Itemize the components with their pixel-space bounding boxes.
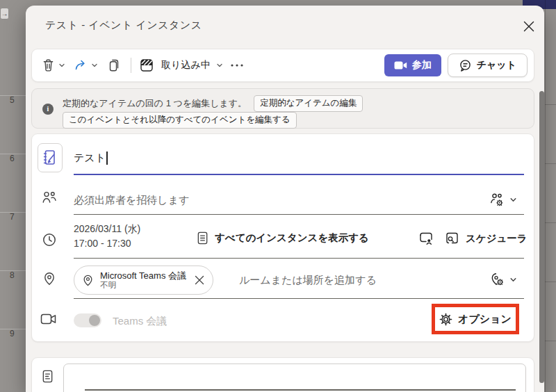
gear-icon <box>439 313 452 326</box>
event-date[interactable]: 2026/03/11 (水) <box>74 223 140 236</box>
people-settings-icon <box>489 193 505 207</box>
forward-button[interactable] <box>74 59 98 72</box>
chevron-down-icon <box>216 62 223 69</box>
join-label: 参加 <box>412 59 432 72</box>
edit-this-and-following-button[interactable]: このイベントとそれ以降のすべてのイベントを編集する <box>63 112 297 129</box>
chevron-down-icon <box>509 276 517 284</box>
dialog-title: テスト - イベント インスタンス <box>45 19 202 32</box>
show-all-instances-button[interactable]: すべてのインスタンスを表示する <box>196 231 369 245</box>
location-chip-name: Microsoft Teams 会議 <box>100 270 186 281</box>
teams-meeting-toggle[interactable] <box>74 313 101 327</box>
chat-button[interactable]: チャット <box>448 54 528 77</box>
location-options-control[interactable] <box>489 272 517 287</box>
trash-icon <box>42 58 55 72</box>
edit-note-icon <box>42 149 58 167</box>
background-gridline <box>545 222 556 223</box>
clock-icon <box>42 232 57 247</box>
delete-button[interactable] <box>42 58 65 72</box>
attendees-underline <box>74 214 524 215</box>
notes-icon <box>41 369 54 384</box>
background-hour-label: 6 <box>10 154 15 163</box>
background-gridline <box>545 104 556 105</box>
location-input[interactable]: ルームまたは場所を追加する <box>239 274 377 287</box>
background-hour-label: 7 <box>10 212 15 222</box>
forward-arrow-icon <box>74 59 88 72</box>
join-button[interactable]: 参加 <box>384 54 441 76</box>
teams-meeting-label: Teams 会議 <box>113 315 167 328</box>
recurrence-banner: 定期的なアイテムの回の 1 つを編集します。 定期的なアイテムの編集 このイベン… <box>31 88 534 129</box>
title-underline <box>74 174 524 175</box>
background-hour-label: 5 <box>10 95 15 105</box>
location-underline <box>74 298 524 299</box>
location-settings-icon <box>489 272 505 287</box>
chevron-down-icon <box>58 62 65 69</box>
status-label: 取り込み中 <box>161 59 211 72</box>
background-gridline <box>545 281 556 282</box>
description-underline <box>85 389 516 391</box>
description-section <box>31 357 534 392</box>
location-chip-status: 不明 <box>100 281 186 290</box>
background-gridline <box>545 163 556 164</box>
event-title-icon-box <box>38 143 63 172</box>
people-icon <box>42 190 57 204</box>
event-instance-dialog: テスト - イベント インスタンス <box>26 6 544 392</box>
remove-location-icon[interactable] <box>195 275 204 285</box>
event-form: テスト 必須出席者を招待します <box>31 133 534 342</box>
background-hour-label: 8 <box>10 270 15 280</box>
toolbar-divider <box>131 58 131 73</box>
chat-label: チャット <box>477 59 516 72</box>
background-arrow-icon: → <box>0 8 9 19</box>
video-camera-icon <box>40 313 57 325</box>
scheduler-search-icon <box>445 231 460 246</box>
more-options-icon[interactable] <box>230 63 244 67</box>
recurrence-message: 定期的なアイテムの回の 1 つを編集します。 <box>63 97 247 110</box>
chevron-down-icon <box>91 62 98 69</box>
background-hour-label: 9 <box>10 329 15 338</box>
event-title-input[interactable]: テスト <box>74 152 108 165</box>
dialog-scrollbar[interactable] <box>539 91 544 383</box>
busy-status-icon <box>140 59 153 72</box>
copy-button[interactable] <box>107 58 120 72</box>
toolbar: 取り込み中 参加 チャット <box>31 49 534 82</box>
show-all-instances-label: すべてのインスタンスを表示する <box>215 231 369 245</box>
event-time[interactable]: 17:00 - 17:30 <box>74 238 131 249</box>
dialog-header: テスト - イベント インスタンス <box>26 6 544 43</box>
location-pin-icon <box>42 271 57 286</box>
info-icon <box>42 104 54 115</box>
background-gridline <box>545 0 546 392</box>
document-list-icon <box>196 231 209 245</box>
background-gridline <box>545 341 556 341</box>
scheduler-button[interactable]: スケジューラ <box>445 231 528 246</box>
copy-icon <box>107 58 120 72</box>
chevron-down-icon <box>509 196 517 204</box>
response-options-icon[interactable] <box>418 231 434 246</box>
close-icon[interactable] <box>521 18 537 35</box>
location-pin-icon <box>81 274 95 287</box>
attendees-options-control[interactable] <box>489 193 517 207</box>
attendees-input[interactable]: 必須出席者を招待します <box>74 194 189 207</box>
scheduler-label: スケジューラ <box>466 232 528 245</box>
datetime-underline <box>74 258 524 259</box>
annotation-highlight-box: オプション <box>432 304 519 334</box>
text-cursor <box>106 152 108 165</box>
location-chip[interactable]: Microsoft Teams 会議 不明 <box>74 266 213 295</box>
status-selector[interactable]: 取り込み中 <box>140 59 223 72</box>
event-title-value: テスト <box>74 152 106 165</box>
video-camera-icon <box>394 60 407 70</box>
toggle-knob <box>89 315 100 326</box>
chat-bubble-icon <box>459 59 472 72</box>
options-button[interactable]: オプション <box>458 313 512 326</box>
description-input[interactable] <box>63 364 526 392</box>
edit-series-button[interactable]: 定期的なアイテムの編集 <box>254 95 363 112</box>
